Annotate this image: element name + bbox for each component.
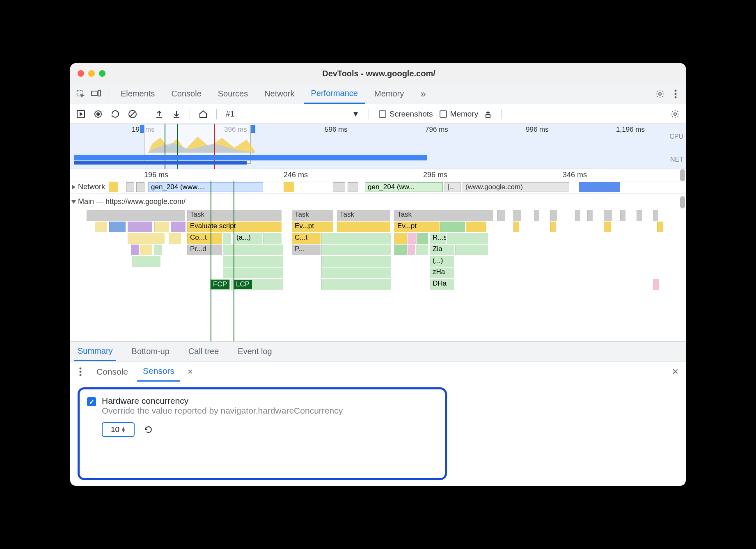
flame-stub[interactable] (575, 210, 580, 221)
flame-block[interactable] (394, 233, 407, 244)
tab-performance[interactable]: Performance (304, 84, 366, 104)
reload-icon[interactable] (108, 107, 123, 121)
flame-block[interactable] (223, 268, 283, 278)
tab-overflow[interactable]: » (413, 84, 433, 104)
tab-bottom-up[interactable]: Bottom-up (128, 342, 173, 361)
drawer-tab-console[interactable]: Console (91, 361, 134, 382)
scrollbar-thumb[interactable] (680, 169, 685, 181)
drawer-tab-sensors[interactable]: Sensors (137, 361, 180, 382)
flame-block[interactable] (263, 233, 282, 244)
number-stepper-icon[interactable]: ▲▼ (121, 427, 126, 432)
flame-stub[interactable] (513, 222, 519, 232)
fcp-marker[interactable]: FCP (211, 280, 229, 289)
reset-icon[interactable] (141, 423, 155, 437)
flame-dha[interactable]: DHa (430, 279, 454, 290)
tab-elements[interactable]: Elements (113, 84, 162, 104)
flame-eval-short[interactable]: Ev...pt (292, 222, 333, 232)
flame-block[interactable] (223, 233, 231, 244)
flame-block[interactable] (171, 222, 186, 232)
main-row-header[interactable]: Main — https://www.google.com/ (70, 196, 686, 208)
drawer-kebab-icon[interactable] (73, 365, 87, 379)
flame-block[interactable] (321, 268, 391, 278)
flame-block[interactable] (223, 256, 283, 267)
net-request[interactable]: |... (444, 182, 461, 192)
flame-block[interactable] (132, 256, 160, 267)
flame-block[interactable] (466, 222, 486, 232)
net-request[interactable]: (www.google.com) (463, 182, 569, 192)
flame-block[interactable] (455, 245, 488, 255)
drawer-tab-close-icon[interactable]: × (183, 366, 197, 377)
flame-task[interactable]: Task (394, 210, 493, 221)
tab-memory[interactable]: Memory (367, 84, 411, 104)
flame-block[interactable] (131, 245, 139, 255)
flame-stub[interactable] (550, 222, 556, 232)
record-button[interactable] (73, 107, 88, 121)
flame-block[interactable] (321, 245, 391, 255)
flame-block[interactable] (321, 279, 391, 290)
record-circle-icon[interactable] (91, 107, 105, 121)
window-minimize-button[interactable] (88, 70, 95, 77)
memory-checkbox[interactable]: Memory (440, 110, 479, 119)
selection-handle-right[interactable] (251, 125, 255, 133)
recording-selector[interactable]: #1 ▼ (222, 110, 363, 119)
hw-concurrency-checkbox[interactable] (87, 397, 96, 406)
flame-block[interactable] (416, 245, 428, 255)
flame-block[interactable] (447, 233, 488, 244)
net-request[interactable]: gen_204 (www.... (148, 182, 263, 192)
flame-block[interactable] (223, 245, 283, 255)
flame-block[interactable] (408, 233, 417, 244)
drawer-close-icon[interactable]: × (668, 365, 683, 378)
flame-block[interactable] (128, 233, 165, 244)
flame-eval[interactable]: Evaluate script (187, 222, 282, 232)
flame-cot[interactable]: Co...t (187, 233, 222, 244)
flame-stub[interactable] (587, 210, 593, 221)
flame-stub[interactable] (534, 210, 539, 221)
garbage-collect-icon[interactable] (481, 107, 495, 121)
kebab-menu-icon[interactable] (669, 87, 683, 101)
flame-block[interactable] (394, 245, 407, 255)
flame-stub[interactable] (620, 210, 625, 221)
clear-icon[interactable] (125, 107, 140, 121)
flame-block[interactable] (154, 222, 169, 232)
flame-zha[interactable]: zHa (430, 268, 454, 278)
tab-summary[interactable]: Summary (74, 342, 116, 361)
tab-network[interactable]: Network (257, 84, 302, 104)
network-row-header[interactable]: Network (72, 183, 105, 191)
tab-sources[interactable]: Sources (211, 84, 255, 104)
flame-paren[interactable]: (...) (430, 256, 454, 267)
flame-stub[interactable] (497, 210, 505, 221)
flame-stub[interactable] (637, 210, 642, 221)
tab-event-log[interactable]: Event log (234, 342, 275, 361)
flame-block[interactable] (169, 233, 181, 244)
tab-call-tree[interactable]: Call tree (185, 342, 222, 361)
net-request[interactable] (284, 182, 294, 192)
home-icon[interactable] (196, 107, 211, 121)
flame-stub[interactable] (604, 210, 612, 221)
timeline-overview[interactable]: 196 ms 396 ms 596 ms 796 ms 996 ms 1,196… (70, 124, 686, 169)
flame-block[interactable] (337, 222, 390, 232)
upload-icon[interactable] (152, 107, 167, 121)
screenshots-checkbox[interactable]: Screenshots (379, 110, 433, 119)
flame-block[interactable] (95, 222, 107, 232)
flame-block[interactable] (154, 245, 162, 255)
flame-p[interactable]: P... (292, 245, 321, 255)
flame-ct[interactable]: C...t (292, 233, 321, 244)
download-icon[interactable] (169, 107, 184, 121)
capture-settings-gear-icon[interactable] (668, 107, 683, 121)
flame-task[interactable] (87, 210, 185, 221)
flame-task[interactable]: Task (292, 210, 333, 221)
net-request[interactable] (109, 182, 118, 192)
flame-block[interactable] (321, 233, 391, 244)
inspect-element-icon[interactable] (73, 87, 87, 101)
settings-gear-icon[interactable] (653, 87, 667, 101)
device-toggle-icon[interactable] (89, 87, 103, 101)
window-zoom-button[interactable] (99, 70, 105, 77)
flame-aparen[interactable]: (a...) (234, 233, 262, 244)
lcp-marker[interactable]: LCP (234, 280, 252, 289)
flame-zia[interactable]: Zia (430, 245, 454, 255)
net-request[interactable]: gen_204 (ww... (365, 182, 443, 192)
flame-stub[interactable] (604, 222, 611, 232)
flame-eval-short[interactable]: Ev...pt (394, 222, 440, 232)
flame-block[interactable] (408, 245, 415, 255)
flame-stub[interactable] (653, 279, 659, 290)
